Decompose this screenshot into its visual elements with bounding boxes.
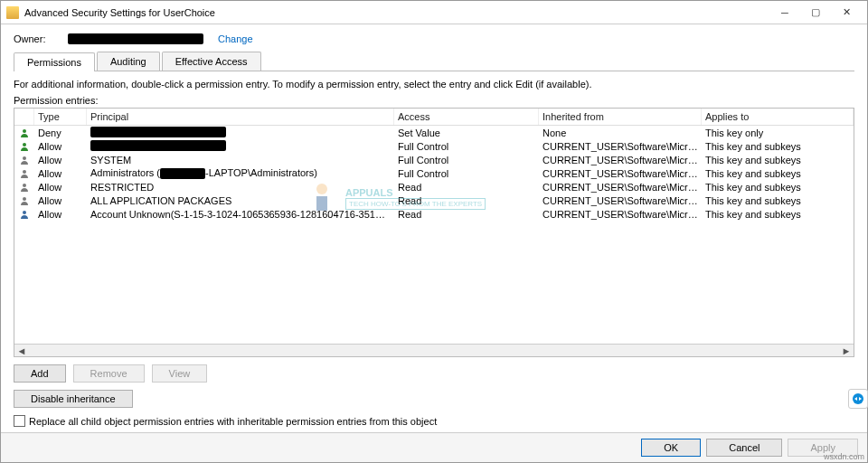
svg-point-2 bbox=[23, 129, 26, 133]
svg-point-4 bbox=[23, 156, 26, 160]
svg-point-5 bbox=[23, 170, 26, 174]
cell-inherited: None bbox=[539, 128, 702, 138]
user-icon bbox=[20, 169, 29, 178]
svg-point-8 bbox=[23, 211, 26, 214]
cell-principal bbox=[87, 127, 394, 139]
view-button: View bbox=[152, 364, 208, 383]
cell-type: Allow bbox=[34, 168, 87, 179]
cell-applies: This key and subkeys bbox=[702, 195, 854, 206]
cell-applies: This key and subkeys bbox=[702, 155, 854, 165]
col-principal[interactable]: Principal bbox=[87, 109, 394, 125]
cell-type: Deny bbox=[34, 128, 87, 138]
replace-checkbox-row: Replace all child object permission entr… bbox=[14, 415, 854, 427]
cell-access: Read bbox=[394, 182, 539, 193]
table-row[interactable]: AllowSYSTEMFull ControlCURRENT_USER\Soft… bbox=[14, 153, 854, 166]
table-header: Type Principal Access Inherited from App… bbox=[14, 109, 854, 126]
col-access[interactable]: Access bbox=[394, 109, 539, 125]
add-button[interactable]: Add bbox=[14, 364, 66, 383]
owner-value-redacted bbox=[68, 33, 203, 44]
cell-principal: Account Unknown(S-1-15-3-1024-1065365936… bbox=[87, 209, 394, 220]
change-owner-link[interactable]: Change bbox=[218, 33, 253, 44]
cell-access: Read bbox=[394, 209, 539, 220]
cancel-button[interactable]: Cancel bbox=[706, 439, 782, 457]
table-row[interactable]: AllowAccount Unknown(S-1-15-3-1024-10653… bbox=[14, 207, 854, 221]
col-icon[interactable] bbox=[14, 109, 34, 125]
cell-inherited: CURRENT_USER\Software\Microsoft\Windo... bbox=[539, 141, 702, 152]
cell-inherited: CURRENT_USER\Software\Microsoft\Windo... bbox=[539, 182, 702, 193]
remove-button: Remove bbox=[73, 364, 145, 383]
replace-checkbox-label: Replace all child object permission entr… bbox=[29, 416, 437, 427]
tab-auditing[interactable]: Auditing bbox=[97, 52, 160, 71]
titlebar: Advanced Security Settings for UserChoic… bbox=[1, 1, 867, 24]
minimize-button[interactable]: ─ bbox=[769, 4, 800, 22]
table-row[interactable]: AllowFull ControlCURRENT_USER\Software\M… bbox=[14, 139, 854, 153]
inheritance-row: Disable inheritance bbox=[14, 390, 854, 408]
cell-applies: This key and subkeys bbox=[702, 141, 854, 152]
cell-inherited: CURRENT_USER\Software\Microsoft\Windo... bbox=[539, 195, 702, 206]
cell-principal: RESTRICTED bbox=[87, 182, 394, 193]
close-button[interactable]: ✕ bbox=[831, 4, 862, 22]
cell-type: Allow bbox=[34, 155, 87, 165]
tab-effective-access[interactable]: Effective Access bbox=[162, 52, 261, 71]
col-inherited[interactable]: Inherited from bbox=[539, 109, 702, 125]
disable-inheritance-button[interactable]: Disable inheritance bbox=[14, 390, 133, 408]
svg-point-6 bbox=[23, 184, 26, 187]
table-row[interactable]: AllowAdministrators (-LAPTOP\Administrat… bbox=[14, 166, 854, 180]
maximize-button[interactable]: ▢ bbox=[800, 4, 831, 22]
cell-principal: SYSTEM bbox=[87, 155, 394, 165]
ok-button[interactable]: OK bbox=[641, 439, 701, 457]
cell-access: Full Control bbox=[394, 155, 539, 165]
cell-principal: ALL APPLICATION PACKAGES bbox=[87, 195, 394, 206]
user-icon bbox=[20, 183, 29, 192]
cell-applies: This key and subkeys bbox=[702, 209, 854, 220]
cell-inherited: CURRENT_USER\Software\Microsoft\Windo... bbox=[539, 168, 702, 179]
tabs: Permissions Auditing Effective Access bbox=[14, 52, 854, 71]
cell-access: Full Control bbox=[394, 168, 539, 179]
security-settings-window: Advanced Security Settings for UserChoic… bbox=[0, 0, 868, 463]
scroll-left-icon[interactable]: ◄ bbox=[16, 345, 27, 356]
cell-type: Allow bbox=[34, 195, 87, 206]
cell-applies: This key only bbox=[702, 128, 854, 138]
table-body: APPUALS TECH HOW-TO'S FROM THE EXPERTS D… bbox=[14, 126, 854, 344]
cell-principal bbox=[87, 140, 394, 153]
horizontal-scrollbar[interactable]: ◄ ► bbox=[14, 344, 854, 356]
owner-row: Owner: Change bbox=[14, 33, 854, 44]
window-title: Advanced Security Settings for UserChoic… bbox=[24, 7, 769, 18]
user-icon bbox=[20, 128, 29, 137]
cell-applies: This key and subkeys bbox=[702, 168, 854, 179]
permission-table: Type Principal Access Inherited from App… bbox=[14, 108, 854, 357]
cell-access: Full Control bbox=[394, 141, 539, 152]
replace-checkbox[interactable] bbox=[14, 415, 25, 427]
user-icon bbox=[20, 196, 29, 205]
cell-inherited: CURRENT_USER\Software\Microsoft\Windo... bbox=[539, 209, 702, 220]
user-icon bbox=[20, 210, 29, 219]
folder-icon bbox=[6, 6, 19, 19]
owner-label: Owner: bbox=[14, 33, 68, 44]
svg-point-3 bbox=[23, 143, 26, 146]
cell-type: Allow bbox=[34, 209, 87, 220]
col-type[interactable]: Type bbox=[34, 109, 87, 125]
cell-type: Allow bbox=[34, 141, 87, 152]
table-row[interactable]: DenySet ValueNoneThis key only bbox=[14, 126, 854, 139]
teamviewer-badge[interactable] bbox=[848, 389, 868, 409]
content-area: Owner: Change Permissions Auditing Effec… bbox=[1, 24, 867, 432]
cell-applies: This key and subkeys bbox=[702, 182, 854, 193]
cell-principal: Administrators (-LAPTOP\Administrators) bbox=[87, 167, 394, 179]
user-icon bbox=[20, 142, 29, 151]
info-text: For additional information, double-click… bbox=[14, 79, 854, 90]
svg-point-9 bbox=[853, 393, 863, 404]
cell-access: Read bbox=[394, 195, 539, 206]
table-row[interactable]: AllowALL APPLICATION PACKAGESReadCURRENT… bbox=[14, 194, 854, 207]
table-row[interactable]: AllowRESTRICTEDReadCURRENT_USER\Software… bbox=[14, 180, 854, 194]
cell-type: Allow bbox=[34, 182, 87, 193]
source-watermark: wsxdn.com bbox=[824, 452, 864, 461]
cell-inherited: CURRENT_USER\Software\Microsoft\Windo... bbox=[539, 155, 702, 165]
entries-label: Permission entries: bbox=[14, 95, 854, 106]
user-icon bbox=[20, 156, 29, 165]
svg-point-7 bbox=[23, 197, 26, 201]
tab-permissions[interactable]: Permissions bbox=[14, 52, 95, 71]
action-buttons: Add Remove View bbox=[14, 364, 854, 383]
dialog-footer: OK Cancel Apply bbox=[1, 432, 867, 462]
col-applies[interactable]: Applies to bbox=[702, 109, 854, 125]
scroll-right-icon[interactable]: ► bbox=[841, 345, 852, 356]
